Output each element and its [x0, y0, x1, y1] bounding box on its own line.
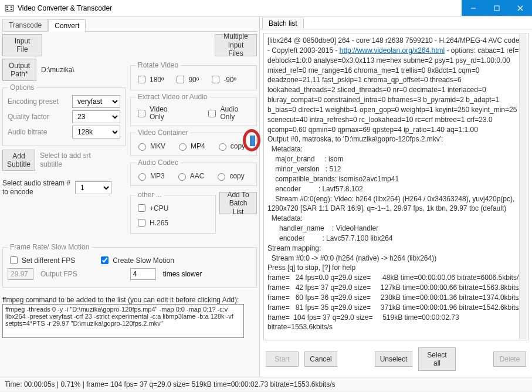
ac-copy-radio[interactable]: copy [215, 171, 244, 181]
select-all-button[interactable]: Select all [418, 347, 456, 371]
svg-rect-2 [6, 9, 8, 10]
audio-bitrate-select[interactable]: 128k [72, 126, 120, 138]
ffmpeg-command-input[interactable]: ffmpeg -threads 0 -y -i "D:\muzika\gopro… [2, 304, 244, 338]
audio-stream-select[interactable]: 1 [75, 181, 111, 194]
slowmo-label: times slower [163, 270, 202, 278]
maximize-button[interactable] [485, 0, 509, 16]
tab-transcode[interactable]: Transcode [2, 19, 48, 31]
rotate-group: Rotate Video 180º 90º -90º [130, 61, 257, 90]
other-legend: other ... [135, 191, 164, 199]
vc-mkv-radio[interactable]: MKV [135, 141, 165, 151]
video-only-checkbox[interactable]: Video Only [135, 106, 167, 121]
rotate-90-checkbox[interactable]: 90º [174, 74, 199, 85]
status-text: Time: 00:00:05s | 0.71% | frame= 104 fps… [5, 380, 335, 388]
vc-copy-radio[interactable]: copy [216, 141, 245, 151]
right-pane: Batch list [libx264 @ 0850dbe0] 264 - co… [259, 16, 532, 377]
svg-rect-6 [494, 6, 499, 11]
fps-group: Frame Rate/ Slow Motion Set different FP… [2, 243, 257, 288]
ac-mp3-radio[interactable]: MP3 [135, 171, 165, 181]
fps-legend: Frame Rate/ Slow Motion [8, 243, 92, 251]
audio-codec-legend: Audio Codec [135, 158, 181, 167]
encoding-preset-label: Encoding preset [8, 97, 59, 106]
h265-checkbox[interactable]: H.265 [135, 217, 211, 228]
output-path-value: D:\muzika\ [41, 66, 74, 74]
slowmo-input[interactable] [130, 268, 156, 280]
batch-log-area: [libx264 @ 0850dbe0] 264 - core 148 r263… [263, 33, 528, 340]
left-pane: Transcode Convert Input File Multiple In… [0, 16, 259, 377]
app-icon [5, 4, 14, 13]
start-button[interactable]: Start [266, 352, 299, 367]
set-fps-checkbox[interactable]: Set different FPS [8, 255, 75, 266]
extract-group: Extract Video or Audio Video Only Audio … [130, 93, 257, 126]
rotate-180-checkbox[interactable]: 180º [135, 74, 164, 85]
fps-output-label: Output FPS [40, 270, 77, 278]
encoding-preset-select[interactable]: veryfast [72, 95, 120, 108]
vc-mp4-radio[interactable]: MP4 [176, 141, 205, 151]
svg-rect-1 [6, 6, 8, 8]
options-legend: Options [8, 83, 36, 92]
svg-rect-0 [5, 5, 13, 11]
left-scrollbar-thumb[interactable] [250, 136, 255, 146]
status-bar: Time: 00:00:05s | 0.71% | frame= 104 fps… [0, 377, 532, 391]
unselect-button[interactable]: Unselect [375, 352, 412, 367]
rotate-neg90-checkbox[interactable]: -90º [209, 74, 236, 85]
delete-button[interactable]: Delete [493, 352, 526, 367]
ffmpeg-label: ffmpeg command to be added to the list (… [2, 296, 257, 304]
audio-bitrate-label: Audio bitrate [8, 128, 47, 136]
minimize-button[interactable] [462, 0, 485, 16]
x264-link[interactable]: http://www.videolan.org/x264.html [340, 46, 445, 55]
video-container-legend: Video Container [135, 129, 191, 137]
svg-rect-3 [11, 6, 12, 8]
video-container-group: Video Container MKV MP4 copy [130, 129, 257, 156]
add-to-batch-button[interactable]: Add To Batch List [219, 192, 257, 214]
ac-aac-radio[interactable]: AAC [175, 171, 205, 181]
other-group: other ... +CPU H.265 [130, 191, 216, 234]
title-text: Video Converter & Transcoder [18, 4, 462, 12]
extract-legend: Extract Video or Audio [135, 93, 210, 101]
audio-only-checkbox[interactable]: Audio Only [206, 106, 238, 121]
multiple-input-files-button[interactable]: Multiple Input Files [215, 34, 257, 56]
input-file-button[interactable]: Input File [2, 34, 42, 56]
quality-factor-label: Quality factor [8, 113, 49, 121]
options-group: Options Encoding preset veryfast Quality… [2, 83, 126, 146]
slow-motion-checkbox[interactable]: Create Slow Motion [99, 255, 174, 266]
audio-codec-group: Audio Codec MP3 AAC copy [130, 158, 257, 186]
audio-stream-label: Select audio stream # to encode [2, 179, 70, 197]
cpu-checkbox[interactable]: +CPU [135, 202, 211, 214]
quality-factor-select[interactable]: 23 [72, 110, 120, 123]
fps-input[interactable] [8, 268, 33, 280]
close-button[interactable] [509, 0, 532, 16]
titlebar: Video Converter & Transcoder [0, 0, 532, 16]
batch-scrollbar[interactable] [519, 34, 527, 339]
batch-list-tab[interactable]: Batch list [262, 18, 304, 29]
output-path-button[interactable]: Output Path* [2, 59, 36, 81]
add-subtitle-button[interactable]: Add Subtitle [2, 150, 35, 171]
svg-rect-4 [11, 9, 12, 10]
batch-log-text: [libx264 @ 0850dbe0] 264 - core 148 r263… [267, 36, 524, 332]
add-subtitle-hint: Select to add srt subtitle [40, 151, 91, 169]
tab-convert[interactable]: Convert [48, 19, 86, 32]
rotate-legend: Rotate Video [135, 61, 181, 69]
cancel-button[interactable]: Cancel [304, 352, 337, 367]
